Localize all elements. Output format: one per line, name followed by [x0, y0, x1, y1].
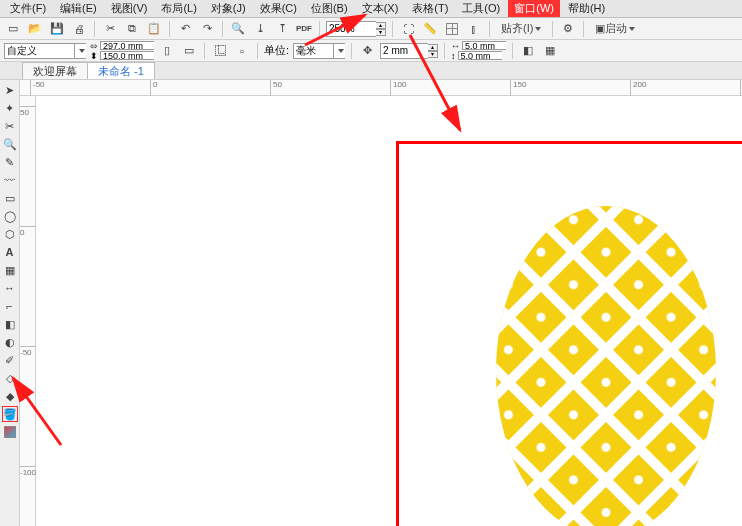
- tab-welcome[interactable]: 欢迎屏幕: [22, 62, 88, 79]
- shape-tool[interactable]: ✦: [2, 100, 18, 116]
- pick-tool[interactable]: ➤: [2, 82, 18, 98]
- menu-window[interactable]: 窗口(W): [508, 0, 560, 17]
- import-button[interactable]: ⤓: [251, 20, 269, 38]
- separator: [351, 43, 352, 59]
- preset-dropdown[interactable]: [74, 43, 86, 59]
- snap-to-button[interactable]: 贴齐(I): [496, 20, 546, 38]
- export-button[interactable]: ⤒: [273, 20, 291, 38]
- page-height-value[interactable]: 150.0 mm: [100, 51, 154, 60]
- separator: [169, 21, 170, 37]
- units-dropdown[interactable]: [333, 43, 345, 59]
- separator: [222, 21, 223, 37]
- redo-button[interactable]: ↷: [198, 20, 216, 38]
- interactive-effects-tool[interactable]: ◧: [2, 316, 18, 332]
- duplicate-offset: ↔5.0 mm ↕5.0 mm: [451, 41, 506, 61]
- show-guides-button[interactable]: ⫿: [465, 20, 483, 38]
- menu-tools[interactable]: 工具(O): [456, 0, 506, 17]
- smart-fill-tool[interactable]: 🪣: [2, 406, 18, 422]
- tab-document-1[interactable]: 未命名 -1: [87, 62, 155, 79]
- zoom-spinner[interactable]: ▴▾: [376, 22, 386, 36]
- dimension-tool[interactable]: ↔: [2, 280, 18, 296]
- launch-label: 启动: [605, 21, 627, 36]
- fullscreen-button[interactable]: ⛶: [399, 20, 417, 38]
- cut-button[interactable]: ✂: [101, 20, 119, 38]
- polygon-tool[interactable]: ⬡: [2, 226, 18, 242]
- dup-y-value[interactable]: 5.0 mm: [458, 51, 502, 60]
- x-icon: ↔: [451, 41, 460, 51]
- menu-help[interactable]: 帮助(H): [562, 0, 611, 17]
- units-value[interactable]: 毫米: [293, 43, 333, 59]
- publish-pdf-button[interactable]: PDF: [295, 20, 313, 38]
- y-icon: ↕: [451, 51, 456, 61]
- menu-effects[interactable]: 效果(C): [254, 0, 303, 17]
- undo-button[interactable]: ↶: [176, 20, 194, 38]
- fill-tool[interactable]: ◆: [2, 388, 18, 404]
- app-launcher-button[interactable]: ▣ 启动: [590, 20, 640, 38]
- connector-tool[interactable]: ⌐: [2, 298, 18, 314]
- menu-table[interactable]: 表格(T): [406, 0, 454, 17]
- print-button[interactable]: 🖨: [70, 20, 88, 38]
- separator: [319, 21, 320, 37]
- landscape-button[interactable]: ▭: [180, 42, 198, 60]
- table-tool[interactable]: ▦: [2, 262, 18, 278]
- separator: [552, 21, 553, 37]
- toolbox: ➤ ✦ ✂ 🔍 ✎ 〰 ▭ ◯ ⬡ A ▦ ↔ ⌐ ◧ ◐ ✐ ◇ ◆ 🪣: [0, 80, 20, 526]
- ellipse-tool[interactable]: ◯: [2, 208, 18, 224]
- zoom-tool[interactable]: 🔍: [2, 136, 18, 152]
- zoom-level-combo[interactable]: 250% ▴▾: [326, 21, 386, 37]
- treat-as-filled-button[interactable]: ◧: [519, 42, 537, 60]
- crop-tool[interactable]: ✂: [2, 118, 18, 134]
- document-tabs: 欢迎屏幕 未命名 -1: [0, 62, 742, 80]
- page-dimensions: ⬄297.0 mm ⬍150.0 mm: [90, 41, 154, 61]
- freehand-tool[interactable]: ✎: [2, 154, 18, 170]
- menu-file[interactable]: 文件(F): [4, 0, 52, 17]
- paste-button[interactable]: 📋: [145, 20, 163, 38]
- open-button[interactable]: 📂: [26, 20, 44, 38]
- portrait-button[interactable]: ▯: [158, 42, 176, 60]
- pineapple-body-shape[interactable]: [496, 206, 716, 526]
- dup-offset-y[interactable]: ↕5.0 mm: [451, 51, 506, 61]
- page-width-field[interactable]: ⬄297.0 mm: [90, 41, 154, 51]
- show-rulers-button[interactable]: 📏: [421, 20, 439, 38]
- all-pages-button[interactable]: ⿺: [211, 42, 229, 60]
- nudge-distance-field[interactable]: 2 mm ▴▾: [380, 43, 438, 59]
- save-button[interactable]: 💾: [48, 20, 66, 38]
- eyedropper-tool[interactable]: ✐: [2, 352, 18, 368]
- artistic-media-tool[interactable]: 〰: [2, 172, 18, 188]
- show-grid-button[interactable]: [443, 20, 461, 38]
- current-page-button[interactable]: ▫: [233, 42, 251, 60]
- relative-button[interactable]: ▦: [541, 42, 559, 60]
- menu-text[interactable]: 文本(X): [356, 0, 405, 17]
- menu-object[interactable]: 对象(J): [205, 0, 252, 17]
- transparency-tool[interactable]: ◐: [2, 334, 18, 350]
- options-button[interactable]: ⚙: [559, 20, 577, 38]
- page-preset-combo[interactable]: 自定义: [4, 43, 86, 59]
- new-doc-button[interactable]: ▭: [4, 20, 22, 38]
- page-width-value[interactable]: 297.0 mm: [100, 41, 154, 50]
- copy-button[interactable]: ⧉: [123, 20, 141, 38]
- menu-edit[interactable]: 编辑(E): [54, 0, 103, 17]
- page-preset-value[interactable]: 自定义: [4, 43, 74, 59]
- dup-offset-x[interactable]: ↔5.0 mm: [451, 41, 506, 51]
- menu-bitmap[interactable]: 位图(B): [305, 0, 354, 17]
- separator: [204, 43, 205, 59]
- menu-layout[interactable]: 布局(L): [155, 0, 202, 17]
- separator: [392, 21, 393, 37]
- chevron-down-icon: [629, 27, 635, 31]
- separator: [257, 43, 258, 59]
- menu-view[interactable]: 视图(V): [105, 0, 154, 17]
- separator: [94, 21, 95, 37]
- zoom-value[interactable]: 250%: [326, 21, 376, 37]
- drawing-canvas[interactable]: [36, 96, 742, 526]
- page-height-field[interactable]: ⬍150.0 mm: [90, 51, 154, 61]
- outline-tool[interactable]: ◇: [2, 370, 18, 386]
- rectangle-tool[interactable]: ▭: [2, 190, 18, 206]
- text-tool[interactable]: A: [2, 244, 18, 260]
- nudge-spinner[interactable]: ▴▾: [428, 44, 438, 58]
- color-swatch[interactable]: [2, 424, 18, 440]
- units-combo[interactable]: 毫米: [293, 43, 345, 59]
- nudge-value[interactable]: 2 mm: [380, 43, 428, 59]
- separator: [583, 21, 584, 37]
- search-button[interactable]: 🔍: [229, 20, 247, 38]
- dup-x-value[interactable]: 5.0 mm: [462, 41, 506, 50]
